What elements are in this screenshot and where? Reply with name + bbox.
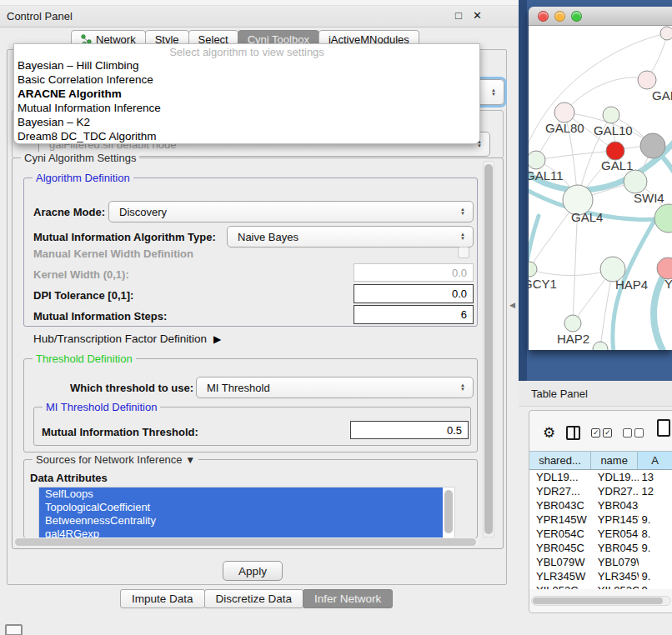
table-cell: 9. (639, 570, 672, 582)
table-row[interactable]: YBR043CYBR043C (529, 498, 672, 512)
list-scrollbar[interactable] (443, 488, 454, 537)
float-panel-icon[interactable]: □ (455, 9, 462, 22)
dpi-tolerance-input[interactable]: 0.0 (354, 284, 474, 303)
docked-panel-icon[interactable] (5, 624, 23, 635)
network-window-titlebar[interactable] (529, 7, 672, 26)
table-row[interactable]: YDL19...YDL19...13 (529, 470, 672, 484)
which-threshold-label: Which threshold to use: (70, 382, 193, 394)
table-row[interactable]: YIL052CYIL052C9 (529, 583, 672, 589)
node-gcy1[interactable] (529, 262, 537, 277)
node-gal10[interactable] (603, 107, 619, 123)
column-header-A[interactable]: A (638, 452, 672, 469)
file-icon[interactable] (657, 419, 670, 437)
algorithm-option[interactable]: Mutual Information Inference (14, 101, 479, 115)
algorithm-option[interactable]: Basic Correlation Inference (14, 72, 479, 87)
node-label: HAP4 (615, 278, 648, 292)
algorithm-dropdown-placeholder: Select algorithm to view settings (14, 44, 479, 58)
algorithm-option[interactable]: Bayesian – K2 (14, 115, 479, 129)
table-horizontal-scrollbar[interactable] (531, 596, 671, 606)
combo-spinner-icon: ▲▼ (460, 208, 465, 216)
table-row[interactable]: YER054CYER054C8. (529, 527, 672, 541)
collapsed-arrow-icon: ▶ (213, 333, 221, 345)
network-edge[interactable] (564, 78, 647, 112)
node-gal11[interactable] (529, 151, 545, 169)
manual-kernel-checkbox[interactable] (458, 247, 469, 258)
unselect-all-columns-icon[interactable] (623, 428, 644, 438)
kernel-width-input[interactable]: 0.0 (354, 263, 474, 282)
table-cell: YBR043C (529, 499, 591, 512)
table-cell: 8. (639, 528, 672, 540)
algorithm-option[interactable]: ARACNE Algorithm (14, 87, 479, 101)
select-all-columns-icon[interactable]: ✓✓ (591, 428, 612, 438)
threshold-definition-legend: Threshold Definition (33, 352, 136, 365)
data-attributes-label: Data Attributes (30, 472, 108, 484)
window-top-strip (0, 0, 519, 6)
apply-button[interactable]: Apply (223, 561, 283, 581)
algorithm-definition-legend: Algorithm Definition (33, 172, 133, 184)
bottom-tab-infer-network[interactable]: Infer Network (303, 589, 393, 608)
mac-zoom-button[interactable] (571, 11, 582, 22)
cyni-bottom-tabs: Impute DataDiscretize DataInfer Network (121, 589, 393, 608)
columns-icon[interactable] (566, 426, 580, 440)
node[interactable] (593, 342, 608, 350)
table-row[interactable]: YBL079WYBL079W (529, 555, 672, 569)
mac-close-button[interactable] (538, 11, 549, 22)
node-gal80[interactable] (554, 102, 574, 122)
algorithm-dropdown-list: Bayesian – Hill ClimbingBasic Correlatio… (14, 58, 479, 143)
data-attribute-item[interactable]: SelfLoops (39, 488, 443, 501)
algorithm-option[interactable]: Dream8 DC_TDC Algorithm (14, 129, 479, 143)
data-attribute-item[interactable]: TopologicalCoefficient (39, 501, 443, 514)
combo-spinner-icon: ▲▼ (491, 88, 496, 97)
data-attributes-list[interactable]: SelfLoopsTopologicalCoefficientBetweenne… (38, 487, 455, 538)
table-cell: YDL19... (529, 471, 591, 483)
mi-steps-input[interactable]: 6 (354, 305, 474, 324)
table-row[interactable]: YBR045CYBR045C9. (529, 541, 672, 555)
settings-horizontal-scrollbar[interactable] (14, 538, 479, 547)
bottom-tab-discretize-data[interactable]: Discretize Data (204, 589, 304, 608)
sources-legend[interactable]: Sources for Network Inference ▼ (33, 453, 198, 466)
node-gal1[interactable] (606, 142, 624, 160)
node-gal[interactable] (638, 71, 656, 89)
settings-vertical-scrollbar[interactable] (483, 161, 494, 538)
dpi-tolerance-label: DPI Tolerance [0,1]: (33, 289, 133, 302)
node-swi4[interactable] (624, 170, 647, 193)
aracne-mode-combo[interactable]: Discovery ▲▼ (108, 201, 474, 222)
table-row[interactable]: YDR27...YDR27...12 (529, 484, 672, 498)
table-header-row: shared...nameA (529, 451, 672, 470)
gear-icon[interactable]: ⚙ (543, 426, 555, 440)
table-cell: 9. (639, 542, 672, 554)
node[interactable] (640, 133, 665, 158)
combo-spinner-icon: ▲▼ (460, 232, 465, 241)
node[interactable] (660, 27, 672, 40)
combo-spinner-icon: ▲▼ (460, 383, 465, 392)
table-row[interactable]: YLR345WYLR345W9. (529, 569, 672, 583)
node-label: GAL (652, 88, 672, 102)
hub-definition-label: Hub/Transcription Factor Definition (33, 332, 207, 345)
table-cell: YER054C (591, 528, 639, 540)
splitter-collapse-icon[interactable]: ◀ (509, 301, 515, 309)
expanded-arrow-icon: ▼ (185, 454, 195, 466)
table-cell: YBR045C (529, 542, 591, 554)
mi-threshold-input[interactable]: 0.5 (350, 421, 469, 439)
data-attribute-item[interactable]: BetweennessCentrality (39, 514, 443, 528)
column-header-name[interactable]: name (591, 452, 639, 469)
table-cell: YIL052C (591, 584, 639, 589)
table-cell: YLR345W (529, 570, 591, 582)
node-label: HAP2 (557, 332, 589, 346)
column-header-shared...[interactable]: shared... (529, 452, 591, 469)
table-cell: YBL079W (591, 556, 639, 568)
hub-definition-expander[interactable]: Hub/Transcription Factor Definition ▶ (33, 332, 221, 345)
algorithm-option[interactable]: Bayesian – Hill Climbing (14, 58, 479, 72)
network-canvas[interactable]: GALGAL80GAL10GAL1GAL11SWI4GAL4GCY1HAP4YH… (529, 26, 672, 350)
bottom-tab-impute-data[interactable]: Impute Data (120, 589, 205, 608)
table-row[interactable]: YPR145WYPR145W9. (529, 512, 672, 527)
table-cell: YLR345W (591, 570, 639, 582)
node[interactable] (654, 204, 672, 232)
table-cell: 12 (639, 485, 672, 498)
mi-type-combo[interactable]: Naive Bayes ▲▼ (227, 226, 474, 248)
which-threshold-combo[interactable]: MI Threshold ▲▼ (196, 377, 474, 398)
node-hap2[interactable] (564, 315, 581, 332)
table-cell: YDR27... (529, 485, 591, 498)
mac-minimize-button[interactable] (554, 11, 565, 22)
close-panel-icon[interactable]: ✕ (473, 9, 482, 22)
